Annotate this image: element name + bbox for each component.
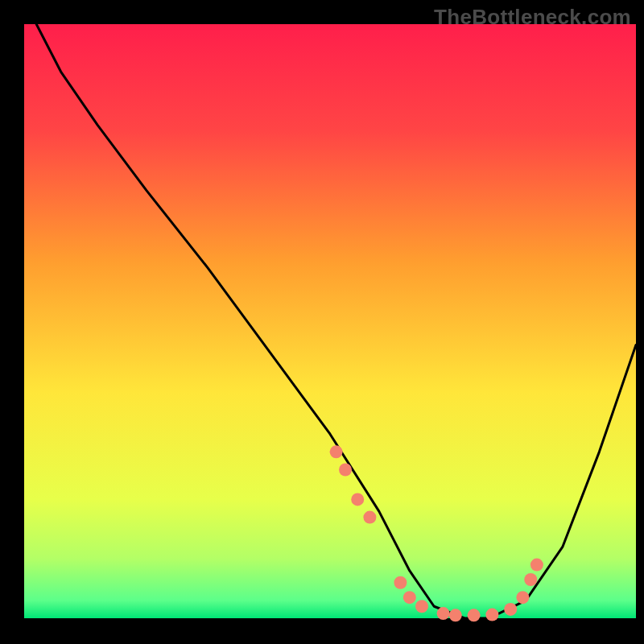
marker-dot [437,607,450,620]
marker-dot [449,609,462,621]
marker-dot [468,609,481,621]
marker-dot [403,591,416,604]
watermark-text: TheBottleneck.com [434,5,631,30]
marker-dot [530,559,543,572]
bottleneck-chart [0,0,644,644]
marker-dot [363,511,376,524]
marker-dot [524,573,537,586]
chart-container: TheBottleneck.com [0,0,644,644]
marker-dot [339,464,352,477]
marker-dot [485,609,498,621]
marker-dot [504,603,517,616]
marker-dot [415,600,428,613]
marker-dot [351,493,364,506]
gradient-background [24,24,636,618]
marker-dot [394,576,407,589]
marker-dot [330,445,343,458]
marker-dot [516,591,529,604]
